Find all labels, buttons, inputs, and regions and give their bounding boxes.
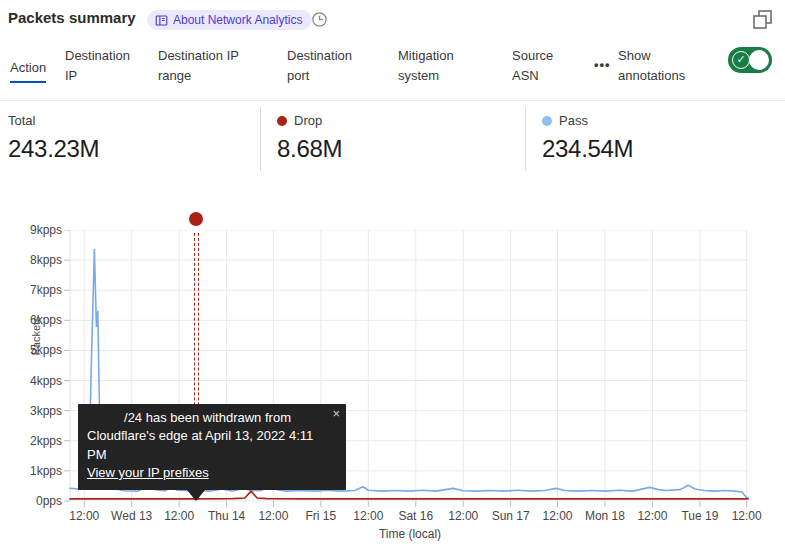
y-tick-label: 0pps — [16, 494, 62, 508]
drop-legend-dot — [277, 116, 287, 126]
y-tick-label: 9kpps — [16, 223, 62, 237]
stat-drop: Drop 8.68M — [277, 113, 342, 163]
tab-destination-port[interactable]: Destination port — [287, 46, 369, 86]
stat-total: Total 243.23M — [8, 113, 99, 163]
x-tick-label: 12:00 — [720, 509, 774, 523]
stat-divider — [260, 107, 261, 171]
show-annotations-label: Show annotations — [618, 46, 706, 86]
y-tick-label: 2kpps — [16, 434, 62, 448]
x-tick-label: Wed 13 — [105, 509, 159, 523]
stat-total-value: 243.23M — [8, 135, 99, 163]
expand-panel-icon[interactable] — [751, 8, 775, 32]
tooltip-tail — [187, 490, 205, 501]
toggle-knob — [749, 50, 769, 70]
stat-total-label: Total — [8, 113, 35, 128]
about-network-analytics-badge[interactable]: About Network Analytics — [147, 10, 312, 30]
x-tick-label: Fri 15 — [294, 509, 348, 523]
show-annotations-toggle[interactable]: ✓ — [728, 47, 772, 73]
y-tick-label: 8kpps — [16, 253, 62, 267]
y-tick-label: 4kpps — [16, 374, 62, 388]
more-tabs-icon[interactable]: ••• — [594, 57, 611, 72]
x-tick-label: 12:00 — [625, 509, 679, 523]
stat-divider — [525, 107, 526, 171]
tooltip-text-line1: /24 has been withdrawn from — [87, 409, 336, 427]
check-icon: ✓ — [732, 51, 750, 69]
x-tick-label: 12:00 — [530, 509, 584, 523]
y-tick-label: 1kpps — [16, 464, 62, 478]
book-icon — [155, 14, 168, 27]
page-title: Packets summary — [8, 9, 136, 26]
series-line-drop — [70, 491, 748, 499]
tab-destination-ip-range[interactable]: Destination IP range — [158, 46, 250, 86]
x-tick-label: 12:00 — [57, 509, 111, 523]
stat-pass-label: Pass — [559, 113, 588, 128]
badge-label: About Network Analytics — [173, 13, 302, 27]
close-icon[interactable]: × — [332, 405, 340, 423]
tab-action[interactable]: Action — [10, 58, 46, 83]
x-tick-label: Mon 18 — [578, 509, 632, 523]
x-tick-label: Sat 16 — [389, 509, 443, 523]
x-tick-label: 12:00 — [152, 509, 206, 523]
stat-drop-value: 8.68M — [277, 135, 342, 163]
y-tick-label: 3kpps — [16, 404, 62, 418]
tab-source-asn[interactable]: Source ASN — [512, 46, 568, 86]
pass-legend-dot — [542, 116, 552, 126]
clock-icon[interactable] — [311, 11, 328, 28]
x-tick-label: 12:00 — [341, 509, 395, 523]
stats-row: Total 243.23M Drop 8.68M Pass 234.54M — [0, 100, 785, 178]
tooltip-text-line2: Cloudflare's edge at April 13, 2022 4:11… — [87, 427, 336, 464]
annotation-marker-dot[interactable] — [189, 212, 203, 226]
stat-drop-label: Drop — [294, 113, 322, 128]
view-ip-prefixes-link[interactable]: View your IP prefixes — [87, 465, 209, 480]
annotation-tooltip: × /24 has been withdrawn from Cloudflare… — [78, 404, 346, 490]
y-tick-label: 5kpps — [16, 343, 62, 357]
tab-destination-ip[interactable]: Destination IP — [65, 46, 141, 86]
stat-pass-value: 234.54M — [542, 135, 633, 163]
packets-summary-panel: Packets summary About Network Analytics … — [0, 0, 785, 555]
stat-pass: Pass 234.54M — [542, 113, 633, 163]
x-axis-title: Time (local) — [340, 527, 480, 541]
tab-mitigation-system[interactable]: Mitigation system — [398, 46, 480, 86]
x-tick-label: 12:00 — [436, 509, 490, 523]
y-tick-label: 7kpps — [16, 283, 62, 297]
x-tick-label: 12:00 — [246, 509, 300, 523]
y-tick-label: 6kpps — [16, 313, 62, 327]
